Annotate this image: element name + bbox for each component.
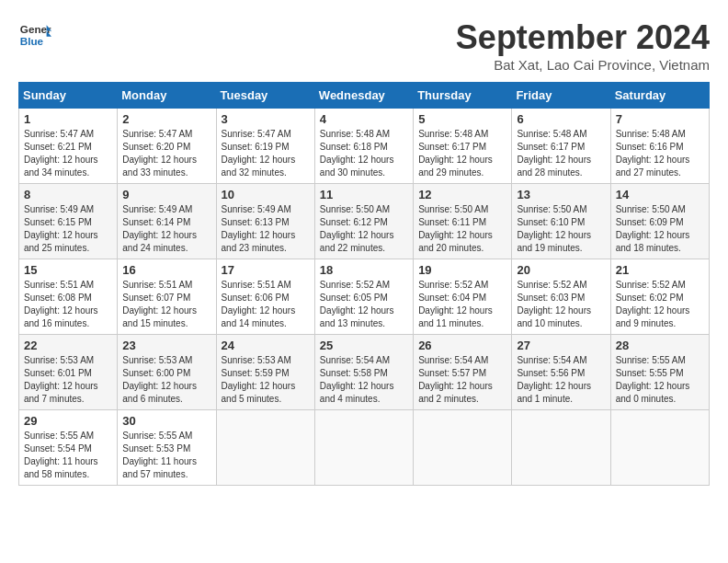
- week-row-1: 1 Sunrise: 5:47 AMSunset: 6:21 PMDayligh…: [19, 109, 710, 184]
- calendar-cell: 1 Sunrise: 5:47 AMSunset: 6:21 PMDayligh…: [19, 109, 118, 184]
- calendar-cell: 13 Sunrise: 5:50 AMSunset: 6:10 PMDaylig…: [512, 184, 610, 259]
- day-info: Sunrise: 5:51 AMSunset: 6:08 PMDaylight:…: [24, 279, 112, 330]
- calendar-cell: 8 Sunrise: 5:49 AMSunset: 6:15 PMDayligh…: [19, 184, 118, 259]
- weekday-header-friday: Friday: [512, 83, 610, 109]
- day-info: Sunrise: 5:54 AMSunset: 5:58 PMDaylight:…: [320, 354, 408, 406]
- day-number: 16: [122, 263, 210, 277]
- calendar-cell: 27 Sunrise: 5:54 AMSunset: 5:56 PMDaylig…: [512, 335, 610, 410]
- day-number: 14: [616, 188, 704, 201]
- week-row-2: 8 Sunrise: 5:49 AMSunset: 6:15 PMDayligh…: [19, 184, 710, 259]
- day-info: Sunrise: 5:55 AMSunset: 5:55 PMDaylight:…: [616, 354, 704, 406]
- day-number: 17: [222, 263, 310, 277]
- calendar-cell: 5 Sunrise: 5:48 AMSunset: 6:17 PMDayligh…: [414, 109, 512, 184]
- calendar-cell: 22 Sunrise: 5:53 AMSunset: 6:01 PMDaylig…: [19, 335, 118, 410]
- day-info: Sunrise: 5:47 AMSunset: 6:19 PMDaylight:…: [222, 128, 310, 179]
- day-number: 12: [418, 188, 506, 201]
- day-number: 30: [122, 414, 210, 428]
- day-number: 8: [24, 188, 112, 201]
- day-number: 4: [320, 112, 408, 126]
- day-number: 20: [517, 263, 605, 277]
- day-info: Sunrise: 5:55 AMSunset: 5:54 PMDaylight:…: [24, 430, 112, 481]
- week-row-4: 22 Sunrise: 5:53 AMSunset: 6:01 PMDaylig…: [19, 335, 710, 410]
- calendar-cell: 18 Sunrise: 5:52 AMSunset: 6:05 PMDaylig…: [314, 259, 413, 335]
- day-number: 26: [418, 339, 506, 352]
- day-number: 1: [24, 112, 112, 126]
- calendar-cell: 15 Sunrise: 5:51 AMSunset: 6:08 PMDaylig…: [19, 259, 118, 335]
- day-number: 24: [222, 339, 310, 352]
- calendar-cell: 4 Sunrise: 5:48 AMSunset: 6:18 PMDayligh…: [314, 109, 413, 184]
- day-info: Sunrise: 5:52 AMSunset: 6:02 PMDaylight:…: [616, 279, 704, 330]
- day-number: 29: [24, 414, 112, 428]
- day-number: 28: [616, 339, 704, 352]
- calendar-cell: 29 Sunrise: 5:55 AMSunset: 5:54 PMDaylig…: [19, 410, 118, 486]
- calendar-cell: 16 Sunrise: 5:51 AMSunset: 6:07 PMDaylig…: [118, 259, 216, 335]
- weekday-header-wednesday: Wednesday: [314, 83, 413, 109]
- day-number: 15: [24, 263, 112, 277]
- calendar-cell: 6 Sunrise: 5:48 AMSunset: 6:17 PMDayligh…: [512, 109, 610, 184]
- calendar-cell: 10 Sunrise: 5:49 AMSunset: 6:13 PMDaylig…: [216, 184, 314, 259]
- day-number: 10: [222, 188, 310, 201]
- day-info: Sunrise: 5:53 AMSunset: 6:01 PMDaylight:…: [24, 354, 112, 406]
- day-info: Sunrise: 5:47 AMSunset: 6:21 PMDaylight:…: [24, 128, 112, 179]
- calendar-cell: 2 Sunrise: 5:47 AMSunset: 6:20 PMDayligh…: [118, 109, 216, 184]
- calendar-table: SundayMondayTuesdayWednesdayThursdayFrid…: [18, 82, 710, 486]
- calendar-cell: 20 Sunrise: 5:52 AMSunset: 6:03 PMDaylig…: [512, 259, 610, 335]
- calendar-cell: [610, 410, 709, 486]
- day-number: 19: [418, 263, 506, 277]
- calendar-cell: 28 Sunrise: 5:55 AMSunset: 5:55 PMDaylig…: [610, 335, 709, 410]
- day-info: Sunrise: 5:55 AMSunset: 5:53 PMDaylight:…: [122, 430, 210, 481]
- day-info: Sunrise: 5:50 AMSunset: 6:09 PMDaylight:…: [616, 203, 704, 255]
- page-header: General Blue September 2024 Bat Xat, Lao…: [18, 18, 710, 73]
- day-number: 3: [222, 112, 310, 126]
- day-number: 5: [418, 112, 506, 126]
- day-info: Sunrise: 5:52 AMSunset: 6:05 PMDaylight:…: [320, 279, 408, 330]
- day-info: Sunrise: 5:49 AMSunset: 6:15 PMDaylight:…: [24, 203, 112, 255]
- day-info: Sunrise: 5:54 AMSunset: 5:57 PMDaylight:…: [418, 354, 506, 406]
- week-row-3: 15 Sunrise: 5:51 AMSunset: 6:08 PMDaylig…: [19, 259, 710, 335]
- svg-text:Blue: Blue: [20, 35, 44, 47]
- day-info: Sunrise: 5:53 AMSunset: 5:59 PMDaylight:…: [222, 354, 310, 406]
- calendar-cell: 3 Sunrise: 5:47 AMSunset: 6:19 PMDayligh…: [216, 109, 314, 184]
- day-info: Sunrise: 5:50 AMSunset: 6:10 PMDaylight:…: [517, 203, 605, 255]
- day-info: Sunrise: 5:50 AMSunset: 6:12 PMDaylight:…: [320, 203, 408, 255]
- weekday-header-sunday: Sunday: [19, 83, 118, 109]
- weekday-header-row: SundayMondayTuesdayWednesdayThursdayFrid…: [19, 83, 710, 109]
- day-number: 25: [320, 339, 408, 352]
- calendar-cell: 21 Sunrise: 5:52 AMSunset: 6:02 PMDaylig…: [610, 259, 709, 335]
- calendar-cell: 11 Sunrise: 5:50 AMSunset: 6:12 PMDaylig…: [314, 184, 413, 259]
- day-info: Sunrise: 5:48 AMSunset: 6:18 PMDaylight:…: [320, 128, 408, 179]
- calendar-cell: 23 Sunrise: 5:53 AMSunset: 6:00 PMDaylig…: [118, 335, 216, 410]
- calendar-cell: [512, 410, 610, 486]
- calendar-cell: 7 Sunrise: 5:48 AMSunset: 6:16 PMDayligh…: [610, 109, 709, 184]
- weekday-header-monday: Monday: [118, 83, 216, 109]
- weekday-header-thursday: Thursday: [414, 83, 512, 109]
- day-number: 11: [320, 188, 408, 201]
- day-info: Sunrise: 5:48 AMSunset: 6:16 PMDaylight:…: [616, 128, 704, 179]
- calendar-cell: 12 Sunrise: 5:50 AMSunset: 6:11 PMDaylig…: [414, 184, 512, 259]
- day-number: 2: [122, 112, 210, 126]
- day-info: Sunrise: 5:52 AMSunset: 6:03 PMDaylight:…: [517, 279, 605, 330]
- day-info: Sunrise: 5:49 AMSunset: 6:14 PMDaylight:…: [122, 203, 210, 255]
- day-info: Sunrise: 5:49 AMSunset: 6:13 PMDaylight:…: [222, 203, 310, 255]
- calendar-cell: 26 Sunrise: 5:54 AMSunset: 5:57 PMDaylig…: [414, 335, 512, 410]
- calendar-cell: 30 Sunrise: 5:55 AMSunset: 5:53 PMDaylig…: [118, 410, 216, 486]
- calendar-cell: 24 Sunrise: 5:53 AMSunset: 5:59 PMDaylig…: [216, 335, 314, 410]
- calendar-cell: [414, 410, 512, 486]
- weekday-header-saturday: Saturday: [610, 83, 709, 109]
- week-row-5: 29 Sunrise: 5:55 AMSunset: 5:54 PMDaylig…: [19, 410, 710, 486]
- weekday-header-tuesday: Tuesday: [216, 83, 314, 109]
- day-number: 6: [517, 112, 605, 126]
- day-info: Sunrise: 5:51 AMSunset: 6:06 PMDaylight:…: [222, 279, 310, 330]
- calendar-cell: 14 Sunrise: 5:50 AMSunset: 6:09 PMDaylig…: [610, 184, 709, 259]
- day-info: Sunrise: 5:50 AMSunset: 6:11 PMDaylight:…: [418, 203, 506, 255]
- logo: General Blue: [18, 18, 51, 52]
- calendar-cell: [216, 410, 314, 486]
- title-block: September 2024 Bat Xat, Lao Cai Province…: [456, 18, 710, 73]
- day-info: Sunrise: 5:47 AMSunset: 6:20 PMDaylight:…: [122, 128, 210, 179]
- calendar-cell: [314, 410, 413, 486]
- day-info: Sunrise: 5:51 AMSunset: 6:07 PMDaylight:…: [122, 279, 210, 330]
- location: Bat Xat, Lao Cai Province, Vietnam: [456, 57, 710, 73]
- day-number: 9: [122, 188, 210, 201]
- month-title: September 2024: [456, 18, 710, 57]
- day-info: Sunrise: 5:52 AMSunset: 6:04 PMDaylight:…: [418, 279, 506, 330]
